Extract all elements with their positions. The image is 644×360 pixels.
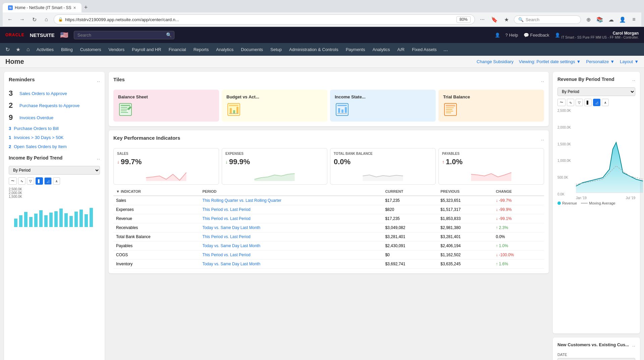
legend-revenue-dot <box>557 201 561 205</box>
kpi-bank-number: 0.0% <box>334 158 351 166</box>
nav-activities[interactable]: Activities <box>33 45 57 54</box>
rev-chart-bar-btn[interactable]: ▋ <box>584 99 592 106</box>
library-button[interactable]: 📚 <box>595 15 604 24</box>
layout-button[interactable]: Layout ▼ <box>620 59 639 64</box>
income-period-select[interactable]: By Period <box>9 166 100 175</box>
nav-payments[interactable]: Payments <box>342 45 369 54</box>
forward-button[interactable]: → <box>17 15 27 24</box>
col-change: CHANGE <box>493 187 544 196</box>
rev-chart-wave-btn[interactable]: 〜 <box>557 99 566 106</box>
revenue-period-select[interactable]: By Period <box>557 87 635 96</box>
nav-setup[interactable]: Setup <box>267 45 285 54</box>
tiles-options-icon[interactable]: ·· <box>541 79 544 85</box>
reminder-link-1[interactable]: Purchase Requests to Approve <box>19 103 79 108</box>
extensions-button[interactable]: ⊕ <box>584 15 593 24</box>
reminder-small-link-2[interactable]: Open Sales Orders by Item <box>14 144 67 149</box>
menu-button[interactable]: ≡ <box>629 15 639 24</box>
reminder-small-link-1[interactable]: Invoices > 30 Days > 50K <box>14 135 63 140</box>
reminders-options-icon[interactable]: ·· <box>97 79 100 85</box>
tile-trial-balance[interactable]: Trial Balance <box>438 90 544 122</box>
kpi-table: ▼ INDICATOR PERIOD CURRENT PREVIOUS CHAN… <box>113 187 544 269</box>
back-button[interactable]: ← <box>5 15 15 24</box>
chart-bar-btn[interactable]: ▋ <box>36 177 43 185</box>
nav-fixed-assets[interactable]: Fixed Assets <box>409 45 440 54</box>
user-info: Carol Morgan IT Smart - SS Pure FF MM US… <box>561 31 639 39</box>
nav-more-icon[interactable]: ... <box>441 45 450 54</box>
tile-income-statement[interactable]: Income State... <box>330 90 436 122</box>
kpi-options-icon[interactable]: ·· <box>541 137 544 143</box>
more-options-button[interactable]: ··· <box>478 15 487 24</box>
kpi-payables-value: ↑ 1.0% <box>442 158 540 166</box>
reminder-small-num-1: 1 <box>9 135 11 140</box>
home-button[interactable]: ⌂ <box>42 15 51 24</box>
kpi-row-period-2: This Period vs. Last Period <box>200 214 382 223</box>
kpi-row-current-3: $3,049,082 <box>382 223 438 232</box>
kpi-title: Key Performance Indicators <box>113 135 180 141</box>
tile-balance-sheet[interactable]: Balance Sheet <box>113 90 219 122</box>
rev-chart-area-btn[interactable]: ◿ <box>593 99 600 106</box>
rev-chart-filter-btn[interactable]: ▽ <box>576 99 583 106</box>
feedback-button[interactable]: 💬 Feedback <box>524 33 549 38</box>
col-indicator: ▼ INDICATOR <box>113 187 200 196</box>
sync-button[interactable]: ☁ <box>606 15 616 24</box>
nav-star-icon[interactable]: ★ <box>13 45 23 54</box>
viewing-portlet-button[interactable]: Viewing: Portlet date settings ▼ <box>519 59 581 64</box>
table-row: Inventory Today vs. Same Day Last Month … <box>113 260 544 269</box>
bookmarks-button[interactable]: 🔖 <box>490 15 499 24</box>
income-chart-label-1500: 1,500.0K <box>9 195 100 198</box>
new-tab-button[interactable]: + <box>82 3 91 12</box>
reminder-link-0[interactable]: Sales Orders to Approve <box>19 91 67 96</box>
nav-reports[interactable]: Reports <box>190 45 212 54</box>
close-tab-icon[interactable]: × <box>73 5 76 10</box>
help-button[interactable]: ? Help <box>505 33 518 38</box>
nav-ar[interactable]: A/R <box>394 45 408 54</box>
nav-home-icon[interactable]: ⌂ <box>24 45 33 54</box>
address-bar[interactable]: 🔒 https://tstdrv2190099.app.netsuite.com… <box>54 14 475 25</box>
user-profile-icon[interactable]: 👤 <box>495 33 500 38</box>
nav-billing[interactable]: Billing <box>58 45 76 54</box>
svg-rect-0 <box>14 219 17 227</box>
nav-payroll-hr[interactable]: Payroll and HR <box>128 45 164 54</box>
center-panel: Tiles ·· Balance Sheet <box>109 72 549 360</box>
nav-analytics[interactable]: Analytics <box>213 45 237 54</box>
kpi-payables-number: 1.0% <box>446 158 463 166</box>
income-panel-header: Income By Period Trend ·· <box>9 155 100 163</box>
table-row: Expenses This Period vs. Last Period $82… <box>113 205 544 214</box>
nav-analytics2[interactable]: Analytics <box>369 45 393 54</box>
personalize-button[interactable]: Personalize ▼ <box>586 59 614 64</box>
nav-documents[interactable]: Documents <box>237 45 266 54</box>
kpi-row-indicator-6: COGS <box>113 251 200 260</box>
rev-chart-line-btn[interactable]: ∧ <box>602 99 609 106</box>
user-menu[interactable]: 👤 Carol Morgan IT Smart - SS Pure FF MM … <box>555 31 639 39</box>
reminder-link-2[interactable]: Invoices Overdue <box>19 115 53 120</box>
active-tab[interactable]: N Home - NetSuite (IT Smart - SS × <box>3 3 82 12</box>
nav-vendors[interactable]: Vendors <box>105 45 128 54</box>
chart-line-btn[interactable]: ∧ <box>53 177 60 185</box>
change-subsidiary-button[interactable]: Change Subsidiary <box>477 59 514 64</box>
account-button[interactable]: 👤 <box>618 15 627 24</box>
header-search-input[interactable] <box>74 31 174 39</box>
new-customers-options-icon[interactable]: ·· <box>632 343 635 349</box>
refresh-button[interactable]: ↻ <box>30 15 39 24</box>
reminder-small-link-0[interactable]: Purchase Orders to Bill <box>14 126 59 131</box>
filter-icon[interactable]: ▼ <box>116 189 120 193</box>
browser-search-bar[interactable]: 🔍 Search <box>514 15 581 24</box>
svg-rect-20 <box>121 110 127 111</box>
chart-filter-btn[interactable]: ▽ <box>27 177 34 185</box>
tile-budget-vs-actual[interactable]: Budget vs Act... <box>222 90 327 122</box>
revenue-panel-options-icon[interactable]: ·· <box>632 78 635 84</box>
chart-wave-btn[interactable]: 〜 <box>9 177 17 185</box>
chart-wave2-btn[interactable]: ∿ <box>18 177 25 185</box>
nav-customers[interactable]: Customers <box>77 45 105 54</box>
income-panel-options-icon[interactable]: ·· <box>97 156 100 162</box>
tile-trial-title: Trial Balance <box>443 94 470 99</box>
rev-chart-wave2-btn[interactable]: ∿ <box>567 99 574 106</box>
chart-area-btn[interactable]: ◿ <box>44 177 52 185</box>
new-customers-date-select[interactable]: All <box>557 358 635 360</box>
nav-financial[interactable]: Financial <box>165 45 190 54</box>
kpi-row-previous-6: $1,162,502 <box>438 251 493 260</box>
star-button[interactable]: ★ <box>502 15 511 24</box>
nav-back-icon[interactable]: ↻ <box>3 45 12 54</box>
nav-admin-controls[interactable]: Administration & Controls <box>286 45 342 54</box>
svg-rect-35 <box>446 105 455 106</box>
